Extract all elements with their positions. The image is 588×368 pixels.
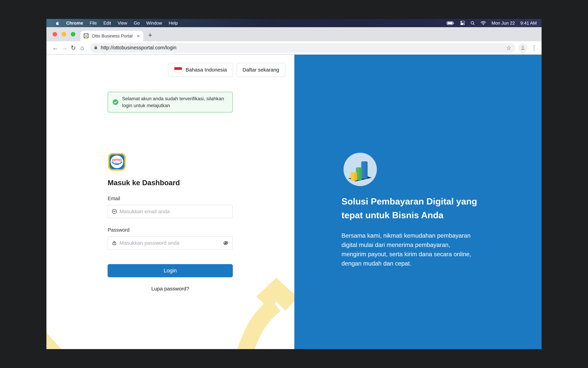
profile-avatar[interactable] <box>518 43 527 52</box>
email-label: Email <box>108 196 233 201</box>
forward-icon[interactable]: → <box>60 45 69 51</box>
language-button-label: Bahasa Indonesia <box>186 67 227 73</box>
menu-view[interactable]: View <box>118 20 127 26</box>
page-content: Bahasa Indonesia Daftar sekarang Selamat… <box>46 55 542 349</box>
menu-edit[interactable]: Edit <box>103 20 111 26</box>
url-text[interactable]: http://ottobusinessportal.com/login <box>101 45 176 51</box>
email-field[interactable] <box>108 205 233 218</box>
padlock-icon[interactable] <box>93 45 98 50</box>
svg-text:OTTO: OTTO <box>85 35 88 36</box>
register-button-label: Daftar sekarang <box>243 67 279 73</box>
menu-go[interactable]: Go <box>134 20 140 26</box>
browser-toolbar: ← → ↻ ⌂ http://ottobusinessportal.com/lo… <box>46 41 542 54</box>
hero-title: Solusi Pembayaran Digital yang tepat unt… <box>342 194 496 222</box>
home-icon[interactable]: ⌂ <box>78 45 87 51</box>
login-button[interactable]: Login <box>108 264 233 277</box>
yellow-corner-decoration <box>46 332 61 349</box>
password-input[interactable] <box>119 240 220 246</box>
login-panel: Bahasa Indonesia Daftar sekarang Selamat… <box>46 55 294 349</box>
menu-app-chrome[interactable]: Chrome <box>66 20 83 26</box>
alert-message: Selamat akun anda sudah terverifikasi, s… <box>122 95 224 109</box>
window-controls <box>46 27 75 41</box>
menubar-time: 9:41 AM <box>520 20 537 26</box>
password-field[interactable] <box>108 236 233 250</box>
hero-description: Bersama kami, nikmati kemudahan pembayar… <box>342 231 496 268</box>
indonesia-flag-icon <box>174 67 182 73</box>
ottopay-logo: OTTOPAY <box>108 153 233 171</box>
register-button[interactable]: Daftar sekarang <box>236 63 285 77</box>
password-label: Password <box>108 227 233 233</box>
close-window-button[interactable] <box>53 32 57 37</box>
wifi-icon[interactable] <box>480 21 486 25</box>
top-buttons: Bahasa Indonesia Daftar sekarang <box>168 63 285 77</box>
new-tab-button[interactable]: + <box>148 32 152 39</box>
macbook-screen: Chrome File Edit View Go Window Help Mon… <box>46 19 542 349</box>
tab-title: Otto Business Portal <box>92 33 134 39</box>
login-form: OTTOPAY Masuk ke Dashboard Email Passwor… <box>108 153 233 292</box>
ottopay-favicon: OTTOPAY <box>83 33 89 39</box>
spotlight-search-icon[interactable] <box>470 21 475 26</box>
success-alert: Selamat akun anda sudah terverifikasi, s… <box>108 92 233 112</box>
browser-tab[interactable]: OTTOPAY Otto Business Portal × <box>81 31 143 41</box>
apple-menu-icon[interactable] <box>55 21 60 25</box>
back-icon[interactable]: ← <box>51 45 60 51</box>
language-button[interactable]: Bahasa Indonesia <box>168 63 233 77</box>
bookmark-star-icon[interactable]: ☆ <box>506 44 511 51</box>
control-center-icon[interactable] <box>460 21 465 26</box>
email-input[interactable] <box>119 209 229 214</box>
menu-file[interactable]: File <box>90 20 97 26</box>
minimize-window-button[interactable] <box>62 32 66 37</box>
lock-icon <box>112 240 117 246</box>
menu-help[interactable]: Help <box>169 20 178 26</box>
toggle-password-visibility-button[interactable] <box>223 240 229 246</box>
tab-close-icon[interactable]: × <box>137 34 140 39</box>
yellow-arrow-decoration <box>222 275 294 349</box>
macos-menu-bar: Chrome File Edit View Go Window Help Mon… <box>46 19 542 27</box>
browser-menu-icon[interactable]: ⋮ <box>531 44 537 51</box>
page-title: Masuk ke Dashboard <box>108 179 233 187</box>
svg-text:OTTO: OTTO <box>112 158 122 162</box>
bar-chart-illustration <box>344 153 377 186</box>
hero-panel: Solusi Pembayaran Digital yang tepat unt… <box>294 55 542 349</box>
menubar-date: Mon Jun 22 <box>492 20 515 26</box>
menu-window[interactable]: Window <box>146 20 162 26</box>
browser-tab-strip: OTTOPAY Otto Business Portal × + <box>46 27 542 41</box>
mail-icon <box>112 209 117 214</box>
reload-icon[interactable]: ↻ <box>69 45 78 51</box>
check-circle-icon <box>112 99 119 105</box>
zoom-window-button[interactable] <box>71 32 75 37</box>
address-bar[interactable]: http://ottobusinessportal.com/login ☆ <box>90 43 515 53</box>
battery-icon <box>447 21 455 25</box>
forgot-password-link[interactable]: Lupa password? <box>108 286 233 292</box>
